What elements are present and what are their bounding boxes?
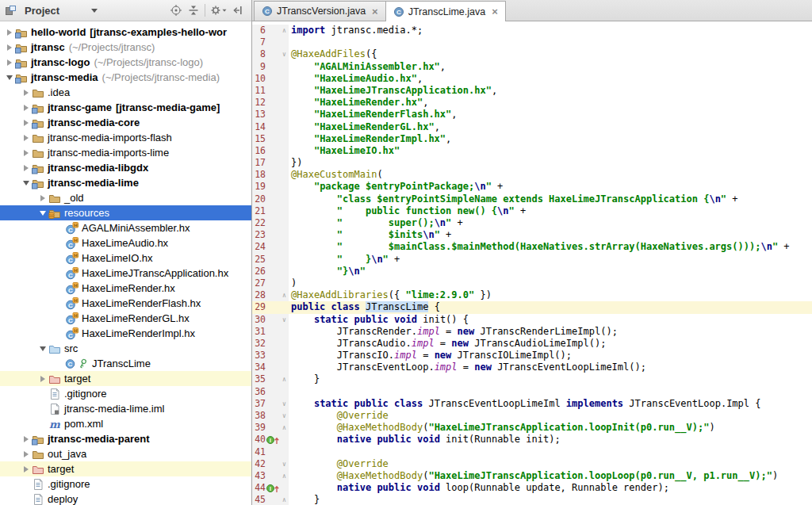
tree-item-pom-xml[interactable]: mpom.xml	[0, 416, 251, 431]
chevron-right-icon[interactable]	[20, 436, 32, 442]
code-line-16[interactable]: 16 "HaxeLimeIO.hx"	[252, 145, 812, 157]
code-line-41[interactable]: 41	[252, 446, 812, 458]
code-line-19[interactable]: 19 "package $entryPointPackage;\n" +	[252, 181, 812, 193]
chevron-right-icon[interactable]	[20, 90, 32, 96]
tree-item-jtransclime[interactable]: CJTranscLime	[0, 356, 251, 371]
close-icon[interactable]: ×	[372, 6, 378, 17]
fold-marker-icon[interactable]: ∧	[280, 373, 289, 385]
tree-item-jtransc-logo[interactable]: jtransc-logo(~/Projects/jtransc-logo)	[0, 55, 251, 70]
fold-marker-icon[interactable]: ∨	[280, 48, 289, 60]
code-line-27[interactable]: 27)	[252, 277, 812, 289]
chevron-right-icon[interactable]	[3, 29, 15, 36]
chevron-right-icon[interactable]	[20, 466, 32, 472]
code-line-6[interactable]: 6∧import jtransc.media.*;	[252, 25, 812, 36]
fold-marker-icon[interactable]: ∨	[280, 314, 289, 326]
code-line-14[interactable]: 14 "HaxeLimeRenderGL.hx",	[252, 121, 812, 133]
project-view-selector[interactable]: Project	[5, 4, 98, 17]
tree-item-jtransc-media-core[interactable]: jtransc-media-core	[0, 115, 251, 130]
close-icon[interactable]: ×	[492, 6, 498, 17]
code-line-32[interactable]: 32 JTranscAudio.impl = new JTranscAudioL…	[252, 338, 812, 350]
tree-item-agalminiassembler-hx[interactable]: CHAGALMiniAssembler.hx	[0, 220, 251, 235]
tree-item-target[interactable]: target	[0, 461, 251, 476]
chevron-right-icon[interactable]	[3, 59, 15, 66]
tree-item-out-java[interactable]: out_java	[0, 446, 251, 461]
chevron-right-icon[interactable]	[20, 451, 32, 457]
tree-item-deploy[interactable]: deploy	[0, 492, 251, 505]
code-line-28[interactable]: 28∧@HaxeAddLibraries({ "lime:2.9.0" })	[252, 289, 812, 301]
code-line-10[interactable]: 10 "HaxeLimeAudio.hx",	[252, 73, 812, 85]
code-line-25[interactable]: 25 " }\n" +	[252, 254, 812, 266]
code-line-31[interactable]: 31 JTranscRender.impl = new JTranscRende…	[252, 326, 812, 338]
tree-item-jtransc-game[interactable]: jtransc-game[jtransc-media-game]	[0, 100, 251, 115]
code-line-7[interactable]: 7	[252, 36, 812, 48]
code-line-18[interactable]: 18@HaxeCustomMain(	[252, 169, 812, 181]
chevron-right-icon[interactable]	[36, 376, 48, 382]
code-line-29[interactable]: 29public class JTranscLime {	[252, 301, 812, 313]
code-line-11[interactable]: 11 "HaxeLimeJTranscApplication.hx",	[252, 85, 812, 97]
tab-jtranscversion-java[interactable]: CJTranscVersion.java×	[254, 1, 386, 21]
tree-item-jtransc-media-lime-iml[interactable]: jtransc-media-lime.iml	[0, 401, 251, 416]
fold-marker-icon[interactable]: ∧	[280, 422, 289, 434]
chevron-right-icon[interactable]	[20, 105, 32, 111]
hide-panel-button[interactable]	[229, 2, 247, 18]
code-line-37[interactable]: 37∨ static public class JTranscEventLoop…	[252, 398, 812, 410]
chevron-right-icon[interactable]	[20, 135, 32, 141]
tree-item-jtransc-media-lime[interactable]: jtransc-media-lime	[0, 175, 251, 190]
fold-marker-icon[interactable]: ∧	[280, 25, 289, 36]
chevron-right-icon[interactable]	[20, 150, 32, 156]
tree-item-jtransc-media-imports-lime[interactable]: jtransc-media-imports-lime	[0, 145, 251, 160]
code-line-40[interactable]: 40I native public void init(Runnable ini…	[252, 434, 812, 446]
collapse-all-button[interactable]	[185, 2, 202, 18]
tree-item-hello-world[interactable]: hello-world[jtransc-examples-hello-wor	[0, 25, 251, 40]
code-line-39[interactable]: 39∧ @HaxeMethodBody("HaxeLimeJTranscAppl…	[252, 422, 812, 434]
tree-item-resources[interactable]: resources	[0, 205, 251, 220]
code-line-12[interactable]: 12 "HaxeLimeRender.hx",	[252, 97, 812, 109]
code-line-38[interactable]: 38∨ @Override	[252, 410, 812, 422]
tree-item--idea[interactable]: .idea	[0, 85, 251, 100]
tree-item-haxelimerenderimpl-hx[interactable]: CHHaxeLimeRenderImpl.hx	[0, 326, 251, 341]
code-line-34[interactable]: 34 JTranscEventLoop.impl = new JTranscEv…	[252, 362, 812, 373]
tree-item-jtransc-media-imports-flash[interactable]: jtransc-media-imports-flash	[0, 130, 251, 145]
fold-marker-icon[interactable]: ∨	[280, 410, 289, 422]
chevron-right-icon[interactable]	[20, 165, 32, 171]
chevron-right-icon[interactable]	[3, 44, 15, 51]
code-line-35[interactable]: 35∧ }	[252, 373, 812, 385]
code-line-26[interactable]: 26 "}\n"	[252, 266, 812, 277]
implements-method-icon[interactable]: I	[266, 434, 280, 446]
chevron-right-icon[interactable]	[20, 120, 32, 126]
tree-item-haxelimeio-hx[interactable]: CHHaxeLimeIO.hx	[0, 251, 251, 266]
tree-item--gitignore[interactable]: .gitignore	[0, 386, 251, 401]
tree-item-jtransc[interactable]: jtransc(~/Projects/jtransc)	[0, 40, 251, 55]
code-line-21[interactable]: 21 " public function new() {\n" +	[252, 205, 812, 217]
tree-item-jtransc-media-parent[interactable]: jtransc-media-parent	[0, 431, 251, 446]
code-line-13[interactable]: 13 "HaxeLimeRenderFlash.hx",	[252, 109, 812, 121]
chevron-right-icon[interactable]	[36, 195, 48, 201]
code-line-45[interactable]: 45∧ }	[252, 494, 812, 505]
code-line-42[interactable]: 42∨ @Override	[252, 458, 812, 470]
code-line-17[interactable]: 17})	[252, 157, 812, 169]
chevron-down-icon[interactable]	[36, 346, 48, 351]
code-line-22[interactable]: 22 " super();\n" +	[252, 217, 812, 229]
tree-item--old[interactable]: _old	[0, 190, 251, 205]
fold-marker-icon[interactable]: ∧	[280, 470, 289, 482]
code-line-24[interactable]: 24 " $mainClass.$mainMethod(HaxeNatives.…	[252, 241, 812, 253]
code-line-20[interactable]: 20 "class $entryPointSimpleName extends …	[252, 193, 812, 205]
code-line-23[interactable]: 23 " $inits\n" +	[252, 229, 812, 241]
implements-method-icon[interactable]: I	[266, 482, 280, 494]
code-line-44[interactable]: 44I native public void loop(Runnable upd…	[252, 482, 812, 494]
code-editor[interactable]: 6∧import jtransc.media.*;78∨@HaxeAddFile…	[252, 21, 812, 505]
chevron-down-icon[interactable]	[20, 181, 32, 186]
code-line-8[interactable]: 8∨@HaxeAddFiles({	[252, 48, 812, 60]
settings-button[interactable]	[208, 2, 229, 18]
code-line-43[interactable]: 43∧ @HaxeMethodBody("HaxeLimeJTranscAppl…	[252, 470, 812, 482]
code-line-36[interactable]: 36	[252, 386, 812, 398]
code-line-33[interactable]: 33 JTranscIO.impl = new JTranscIOLimeImp…	[252, 350, 812, 362]
fold-marker-icon[interactable]: ∧	[280, 494, 289, 505]
locate-button[interactable]	[167, 2, 185, 18]
fold-marker-icon[interactable]: ∨	[280, 398, 289, 410]
tree-item-haxelimeaudio-hx[interactable]: CHHaxeLimeAudio.hx	[0, 235, 251, 251]
fold-marker-icon[interactable]: ∧	[280, 289, 289, 301]
chevron-down-icon[interactable]	[3, 75, 15, 80]
code-line-15[interactable]: 15 "HaxeLimeRenderImpl.hx",	[252, 133, 812, 145]
tab-jtransclime-java[interactable]: CJTranscLime.java×	[385, 1, 506, 21]
